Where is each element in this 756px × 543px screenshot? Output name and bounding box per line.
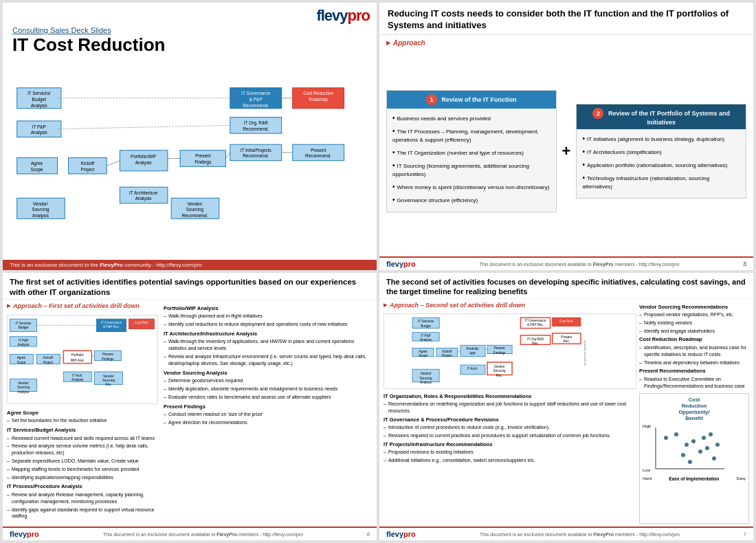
svg-text:Portfolio/WIP: Portfolio/WIP	[131, 155, 156, 159]
svg-text:IT Governance: IT Governance	[241, 91, 271, 96]
svg-point-139	[698, 450, 702, 454]
s2-footer-logo: flevypro	[386, 260, 416, 268]
scatter-chart	[652, 424, 728, 476]
svg-text:Recommend.: Recommend.	[243, 103, 269, 108]
svg-line-131	[458, 351, 460, 352]
footer-brand: FlevyPro	[100, 262, 123, 268]
svg-text:Present: Present	[195, 154, 210, 159]
s3-agree-desc: Set the boundaries for the reduction ini…	[7, 417, 158, 424]
svg-text:Agree: Agree	[17, 356, 26, 359]
svg-point-141	[712, 456, 716, 461]
svg-point-137	[685, 443, 689, 447]
s3-arch-title: IT Architecture/Infrastructure Analysis	[164, 331, 373, 338]
chart-x-label: Ease of Implementation	[669, 476, 719, 481]
col2-item-2: IT Architectures (simplification)	[582, 146, 740, 157]
approach-label: Approach	[386, 39, 746, 47]
svg-text:Analysis: Analysis	[420, 380, 432, 384]
s4-cost-title: Cost Reduction Roadmap	[639, 336, 749, 344]
s3-it-p-1: Review and analyze Release management, c…	[7, 491, 158, 505]
col1-num: 1	[426, 94, 437, 105]
s3-vendor-title: Vendor Sourcing Analysis	[164, 370, 373, 377]
svg-text:Rec.: Rec.	[496, 373, 502, 377]
col2-num: 2	[592, 108, 603, 119]
svg-text:Analysis: Analysis	[32, 213, 49, 219]
chart-x-easy: Easy	[737, 476, 746, 481]
col1-item-2: The IT Processes – Planning, management,…	[392, 126, 551, 144]
footer-url: community - http://flevy.com/pro	[124, 262, 202, 268]
s2-footer-text: This document is an exclusive document a…	[479, 262, 679, 267]
svg-text:IT Org, R&R: IT Org, R&R	[244, 120, 268, 126]
svg-text:Sourcing: Sourcing	[186, 208, 204, 213]
svg-point-140	[705, 446, 709, 450]
s3-it-s-2: Review and analyze service volume metric…	[7, 443, 158, 456]
s3-agree-title: Agree Scope	[7, 410, 158, 417]
slide2-header: Reducing IT costs needs to consider both…	[379, 3, 753, 35]
col1-header-text: Review of the IT Function	[442, 96, 517, 103]
svg-text:IT Arch.: IT Arch.	[72, 374, 83, 377]
s3-arch-1: Walk-through the inventory of applicatio…	[164, 338, 373, 352]
slide4-header: The second set of activities focuses on …	[379, 273, 753, 299]
logo-accent: pro	[348, 7, 370, 24]
slide1-header: flevypro	[3, 3, 377, 26]
col1-item-6: Governance structure (efficiency)	[392, 195, 551, 205]
s4-page-num: 7	[744, 532, 746, 537]
slide1-diagram: IT Services/ Budget Analysis IT P&P Anal…	[3, 56, 377, 260]
s3-arch-2: Review and analyze infrastructure enviro…	[164, 353, 373, 367]
svg-text:Sourcing: Sourcing	[17, 386, 30, 389]
col2-header-text: Review of the IT Portfolio of Systems an…	[608, 110, 730, 126]
svg-text:Sourcing: Sourcing	[102, 379, 115, 382]
col1-body: Business needs and services provided The…	[387, 109, 556, 212]
svg-text:Analysis: Analysis	[420, 338, 432, 342]
svg-line-52	[58, 126, 230, 129]
slide1-title-area: Consulting Sales Deck Slides IT Cost Red…	[3, 26, 377, 56]
col1-item-4: IT Sourcing (licensing agreements, addit…	[392, 160, 551, 179]
s3-footer-text: This document is an exclusive document a…	[103, 532, 303, 537]
svg-text:Project: Project	[80, 167, 94, 173]
plus-sign: +	[562, 142, 571, 160]
slide4-footer: flevypro This document is an exclusive d…	[379, 527, 753, 540]
s3-it-s-1: Reviewed current headcount and skills re…	[7, 435, 158, 442]
s4-org-1: Recommendations on redefining organizati…	[383, 401, 636, 414]
s3-vendor-1: Determine goods/services required	[164, 377, 373, 384]
svg-text:Vendor/: Vendor/	[187, 201, 202, 206]
s3-page-num: 6	[367, 532, 370, 537]
s3-it-s-4: Mapping staffing levels to benchmarks fo…	[7, 466, 158, 473]
footer-text: This is an exclusive document to the	[10, 262, 98, 268]
flowchart-svg: IT Services/ Budget Analysis IT P&P Anal…	[10, 58, 370, 257]
svg-text:& P&P: & P&P	[249, 97, 263, 102]
slide1-main-title: IT Cost Reduction	[12, 34, 367, 56]
slide1-footer: This is an exclusive document to the Fle…	[3, 260, 377, 270]
s3-vendor-3: Evaluate vendors rates to benchmarks and…	[164, 394, 373, 401]
s4-gov-title: IT Governance & Process/Procedure Revisi…	[383, 417, 636, 424]
svg-text:Project: Project	[442, 353, 452, 357]
s3-diagram: IT Services Budget IT P&P Analysis Agree…	[7, 315, 158, 404]
approach-col-2: 2 Review of the IT Portfolio of Systems …	[576, 104, 746, 199]
flevy-logo: flevypro	[316, 7, 370, 25]
col1-item-5: Where money is spent (discretionary vers…	[392, 181, 551, 192]
svg-point-143	[688, 460, 692, 464]
svg-text:Analysis: Analysis	[135, 197, 152, 202]
s3-vendor-2: Identify duplication, obsolete requireme…	[164, 386, 373, 392]
s4-footer-logo: flevypro	[386, 530, 416, 538]
svg-text:IT Governance: IT Governance	[525, 319, 546, 322]
svg-point-146	[715, 443, 720, 447]
s4-proj-title: IT Projects/Infrastructure Recommendatio…	[383, 441, 636, 449]
s4-left-text: IT Organization, Roles & Responsibilitie…	[383, 391, 636, 524]
s4-vendor-title: Vendor Sourcing Recommendations	[639, 304, 749, 311]
col2-item-3: Application portfolio (rationalization, …	[582, 159, 740, 170]
svg-text:Findings: Findings	[493, 351, 506, 354]
col2-item-1: IT Initiatives (alignment to business st…	[582, 133, 740, 144]
slide4-title: The second set of activities focuses on …	[386, 277, 746, 297]
col1-item-3: The IT Organization (number and type of …	[392, 147, 551, 157]
svg-text:IT Services: IT Services	[16, 322, 32, 325]
svg-text:Analysis: Analysis	[71, 378, 84, 381]
svg-text:& P&P Rec.: & P&P Rec.	[527, 323, 544, 326]
slide2-footer: flevypro This document is an exclusive d…	[379, 256, 753, 270]
svg-text:Sourcing: Sourcing	[493, 369, 506, 373]
s4-org-title: IT Organization, Roles & Responsibilitie…	[383, 393, 636, 401]
chart-title: CostReductionOpportunity/Benefit	[643, 397, 746, 421]
svg-point-138	[691, 439, 696, 443]
svg-text:Present: Present	[561, 335, 572, 339]
svg-text:Present: Present	[494, 346, 506, 350]
slide1-link[interactable]: Consulting Sales Deck Slides	[12, 26, 367, 34]
